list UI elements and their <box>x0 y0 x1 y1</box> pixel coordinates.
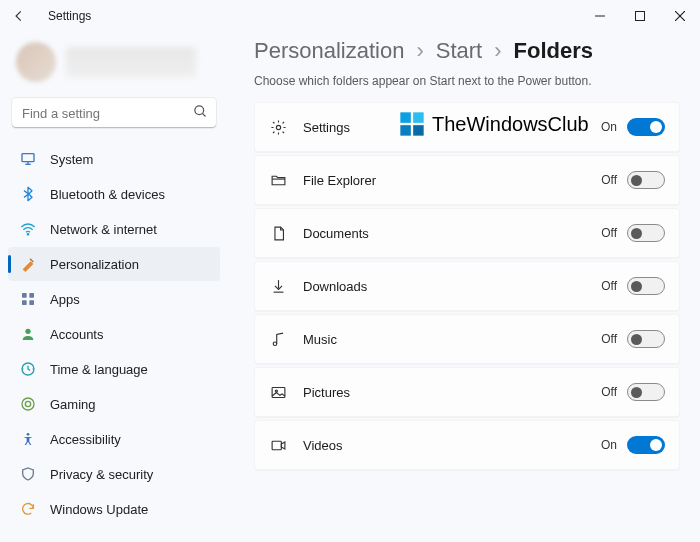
row-label: Downloads <box>303 279 367 294</box>
row-label: Documents <box>303 226 369 241</box>
row-label: Pictures <box>303 385 350 400</box>
row-state: On <box>601 438 617 452</box>
svg-rect-23 <box>272 387 285 397</box>
video-icon <box>269 436 287 454</box>
toggle-pictures[interactable] <box>627 383 665 401</box>
row-label: Music <box>303 332 337 347</box>
sidebar-item-label: Accounts <box>50 327 103 342</box>
row-label: Settings <box>303 120 350 135</box>
document-icon <box>269 224 287 242</box>
breadcrumb-item[interactable]: Start <box>436 38 482 64</box>
folder-row-downloads: Downloads Off <box>254 261 680 311</box>
sidebar-item-label: System <box>50 152 93 167</box>
profile-section[interactable] <box>8 40 220 84</box>
close-button[interactable] <box>660 0 700 32</box>
sidebar-item-privacy[interactable]: Privacy & security <box>8 457 220 491</box>
music-icon <box>269 330 287 348</box>
folder-row-file-explorer: File Explorer Off <box>254 155 680 205</box>
time-icon <box>18 359 38 379</box>
sidebar-item-network[interactable]: Network & internet <box>8 212 220 246</box>
svg-rect-25 <box>272 441 281 450</box>
window-title: Settings <box>48 9 91 23</box>
gear-icon <box>269 118 287 136</box>
row-state: Off <box>601 385 617 399</box>
sidebar-item-accessibility[interactable]: Accessibility <box>8 422 220 456</box>
sidebar-item-label: Gaming <box>50 397 96 412</box>
row-state: Off <box>601 173 617 187</box>
toggle-file-explorer[interactable] <box>627 171 665 189</box>
folder-row-settings: Settings On <box>254 102 680 152</box>
sidebar-item-label: Time & language <box>50 362 148 377</box>
sidebar-item-label: Windows Update <box>50 502 148 517</box>
search-box[interactable] <box>12 98 216 128</box>
system-icon <box>18 149 38 169</box>
network-icon <box>18 219 38 239</box>
svg-point-16 <box>25 329 30 334</box>
sidebar-item-update[interactable]: Windows Update <box>8 492 220 526</box>
sidebar-item-label: Bluetooth & devices <box>50 187 165 202</box>
chevron-right-icon: › <box>416 38 423 64</box>
svg-point-11 <box>27 234 28 235</box>
svg-rect-13 <box>29 293 34 298</box>
sidebar-item-time[interactable]: Time & language <box>8 352 220 386</box>
svg-point-20 <box>27 433 30 436</box>
sidebar-item-label: Personalization <box>50 257 139 272</box>
breadcrumb-current: Folders <box>514 38 593 64</box>
sidebar-item-label: Privacy & security <box>50 467 153 482</box>
chevron-right-icon: › <box>494 38 501 64</box>
row-label: File Explorer <box>303 173 376 188</box>
svg-rect-12 <box>22 293 27 298</box>
svg-line-5 <box>202 113 205 116</box>
row-state: Off <box>601 279 617 293</box>
sidebar-item-label: Apps <box>50 292 80 307</box>
accounts-icon <box>18 324 38 344</box>
row-state: On <box>601 120 617 134</box>
folder-row-music: Music Off <box>254 314 680 364</box>
search-icon <box>193 104 208 119</box>
folder-row-videos: Videos On <box>254 420 680 470</box>
back-button[interactable] <box>12 9 32 23</box>
sidebar-item-system[interactable]: System <box>8 142 220 176</box>
sidebar-item-label: Accessibility <box>50 432 121 447</box>
folder-icon <box>269 171 287 189</box>
sidebar-item-personalization[interactable]: Personalization <box>8 247 220 281</box>
minimize-button[interactable] <box>580 0 620 32</box>
row-label: Videos <box>303 438 343 453</box>
svg-rect-6 <box>22 154 34 162</box>
page-description: Choose which folders appear on Start nex… <box>254 74 680 88</box>
accessibility-icon <box>18 429 38 449</box>
apps-icon <box>18 289 38 309</box>
toggle-videos[interactable] <box>627 436 665 454</box>
avatar <box>16 42 56 82</box>
gaming-icon <box>18 394 38 414</box>
sidebar-item-bluetooth[interactable]: Bluetooth & devices <box>8 177 220 211</box>
sidebar-item-apps[interactable]: Apps <box>8 282 220 316</box>
toggle-music[interactable] <box>627 330 665 348</box>
search-input[interactable] <box>12 98 216 128</box>
toggle-settings[interactable] <box>627 118 665 136</box>
folder-row-documents: Documents Off <box>254 208 680 258</box>
maximize-button[interactable] <box>620 0 660 32</box>
sidebar-item-label: Network & internet <box>50 222 157 237</box>
download-icon <box>269 277 287 295</box>
svg-point-4 <box>195 106 204 115</box>
toggle-downloads[interactable] <box>627 277 665 295</box>
personalization-icon <box>18 254 38 274</box>
row-state: Off <box>601 332 617 346</box>
update-icon <box>18 499 38 519</box>
sidebar-item-gaming[interactable]: Gaming <box>8 387 220 421</box>
toggle-documents[interactable] <box>627 224 665 242</box>
svg-rect-15 <box>29 300 34 305</box>
svg-rect-14 <box>22 300 27 305</box>
bluetooth-icon <box>18 184 38 204</box>
sidebar-item-accounts[interactable]: Accounts <box>8 317 220 351</box>
row-state: Off <box>601 226 617 240</box>
picture-icon <box>269 383 287 401</box>
breadcrumb-item[interactable]: Personalization <box>254 38 404 64</box>
svg-point-21 <box>276 125 280 129</box>
privacy-icon <box>18 464 38 484</box>
folder-row-pictures: Pictures Off <box>254 367 680 417</box>
svg-point-18 <box>22 398 34 410</box>
svg-point-19 <box>25 401 30 406</box>
svg-rect-1 <box>636 12 645 21</box>
